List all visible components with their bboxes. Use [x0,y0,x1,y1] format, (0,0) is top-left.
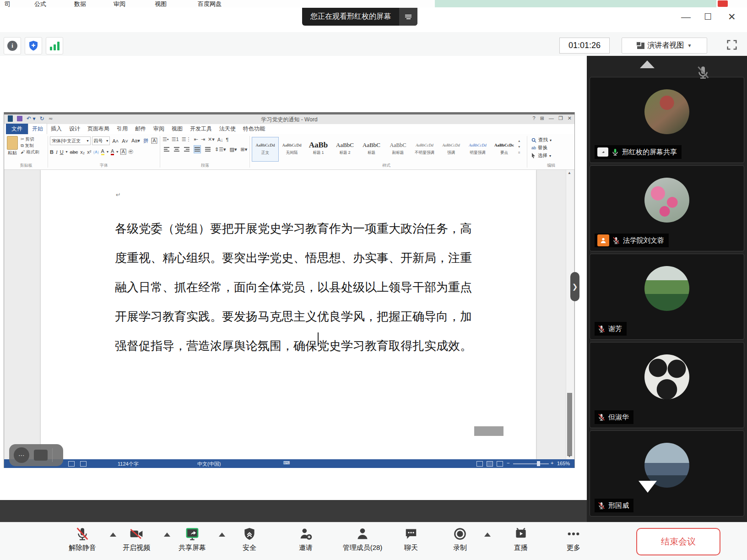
text-effects-icon[interactable]: 🄐 [93,149,98,155]
participants-scroll-down-icon[interactable] [639,481,657,493]
document-scrollbar[interactable]: ▲ ▼ [566,170,574,459]
scrollbar-thumb[interactable] [567,393,572,456]
multilevel-list-icon[interactable]: ☰⋮ [182,136,191,142]
record-options-caret[interactable] [484,533,491,537]
toolbar-live[interactable]: 直播 [493,525,548,552]
styles-more-button[interactable]: ≡ [518,150,520,156]
print-layout-icon[interactable] [487,461,493,467]
language-status[interactable]: 中文(中国) [197,461,221,468]
zoom-slider-thumb[interactable] [537,461,540,466]
fullscreen-button[interactable] [725,38,738,51]
phonetic-guide-icon[interactable]: 拼 [143,137,148,144]
tab-fatianshi[interactable]: 法天使 [216,124,239,134]
justify-icon[interactable] [194,145,201,153]
decrease-indent-icon[interactable]: ⇤ [194,136,198,142]
italic-button[interactable]: I [56,149,58,155]
proofing-icon[interactable] [80,461,87,467]
numbered-list-icon[interactable]: ☰1 [172,136,179,142]
tab-references[interactable]: 引用 [113,124,131,134]
participant-tile[interactable]: 邢国威 [590,430,744,517]
tab-special-features[interactable]: 特色功能 [239,124,269,134]
distribute-icon[interactable] [205,146,211,153]
strikethrough-button[interactable]: abc [70,149,78,155]
word-minimize-button[interactable]: — [549,115,554,121]
underline-button[interactable]: U [60,149,64,155]
encryption-shield-button[interactable] [25,37,42,54]
toolbar-unmute[interactable]: 解除静音 [55,525,110,552]
show-marks-icon[interactable]: ¶ [226,137,229,142]
toolbar-invite[interactable]: 邀请 [278,525,333,552]
shading-icon[interactable]: ▨▾ [230,147,237,152]
reactions-icon[interactable]: ⋯ [14,447,29,463]
font-color-button[interactable]: A [111,148,114,155]
bold-button[interactable]: B [50,149,54,155]
word-restore-button[interactable]: ❐ [558,115,563,121]
toolbar-start-video[interactable]: 开启视频 [109,525,164,552]
participant-tile[interactable]: 法学院刘文蓉 [590,165,744,251]
document-page[interactable]: ↵ 各级党委（党组）要把开展党史学习教育作为一项重大政治任务，高 度重视、精心组… [41,170,536,459]
tab-view[interactable]: 视图 [168,124,186,134]
change-case-icon[interactable]: Aa▾ [131,138,140,144]
style-intense-emphasis[interactable]: AaBbCcDd明显强调 [464,137,491,162]
style-heading2[interactable]: AaBbC标题 2 [331,137,358,162]
scroll-up-arrow[interactable]: ▲ [568,171,571,175]
meeting-info-button[interactable]: i [4,37,21,54]
enclose-characters-icon[interactable]: ㊥ [128,148,133,155]
word-count[interactable]: 1124个字 [118,461,139,468]
align-center-icon[interactable] [173,146,180,153]
toolbar-more[interactable]: 更多 [546,525,601,552]
style-no-spacing[interactable]: AaBbCcDd无间隔 [278,137,305,162]
font-name-select[interactable]: 宋体(中文正文▾ [50,136,91,145]
bg-menu-item[interactable]: 公式 [34,0,46,7]
style-strong[interactable]: AaBbCcDc要点 [491,137,518,162]
copy-button[interactable]: ⧉ 复制 [21,142,39,149]
bg-menu-item[interactable]: 数据 [74,0,86,7]
grow-font-icon[interactable]: A˄ [112,138,119,144]
toolbar-record[interactable]: 录制 [433,525,487,552]
character-border-icon[interactable]: 🄰 [152,138,157,144]
tab-page-layout[interactable]: 页面布局 [84,124,113,134]
widget-panel-icon[interactable] [34,450,48,461]
style-normal[interactable]: AaBbCcDd正文 [252,137,279,162]
find-button[interactable]: 查找▾ [531,137,552,143]
tab-review[interactable]: 审阅 [150,124,168,134]
paste-button[interactable]: 粘贴 [7,136,18,156]
close-button[interactable]: ✕ [728,10,736,24]
align-right-icon[interactable] [184,146,190,153]
banner-menu-button[interactable] [399,8,417,26]
tab-mailings[interactable]: 邮件 [131,124,150,134]
bg-menu-item[interactable]: 百度网盘 [198,0,222,7]
shrink-font-icon[interactable]: A˅ [122,138,128,144]
tab-home[interactable]: 开始 [28,123,47,134]
web-layout-icon[interactable] [497,461,503,467]
style-emphasis[interactable]: AaBbCcDd强调 [438,137,465,162]
word-close-button[interactable]: ✕ [568,115,572,121]
tab-design[interactable]: 设计 [65,124,84,134]
font-size-select[interactable]: 四号▾ [92,136,110,145]
tab-insert[interactable]: 插入 [47,124,65,134]
sidebar-collapse-handle[interactable]: ❯ [570,272,579,301]
highlight-color-button[interactable]: A [101,148,104,155]
bg-menu-item[interactable]: 司 [5,0,11,7]
style-subtitle[interactable]: AaBbC副标题 [384,137,411,162]
toolbar-chat[interactable]: 聊天 [384,525,438,552]
participants-scroll-up-icon[interactable] [640,60,655,68]
keyboard-icon[interactable]: ⌨ [283,460,290,465]
borders-icon[interactable]: ⊞▾ [241,147,248,152]
asian-layout-icon[interactable]: ✕▾ [208,136,215,142]
zoom-slider[interactable] [513,463,549,464]
cut-button[interactable]: ✂ 剪切 [21,136,39,142]
bg-menu-item[interactable]: 视图 [155,0,167,7]
toolbar-manage-participants[interactable]: 管理成员(28) [335,525,390,552]
help-button[interactable]: ? [533,115,536,121]
bullet-list-icon[interactable]: ☰• [162,136,169,142]
sort-icon[interactable]: A↓ [217,137,223,142]
toolbar-security[interactable]: 安全 [222,525,277,552]
style-subtle-emphasis[interactable]: AaBbCcDd不明显强调 [411,137,438,162]
align-left-icon[interactable] [163,146,170,153]
document-text[interactable]: 各级党委（党组）要把开展党史学习教育作为一项重大政治任务，高 度重视、精心组织。… [115,214,464,361]
character-shading-icon[interactable]: 🄰 [120,149,126,155]
minimize-button[interactable]: — [681,10,691,24]
zoom-level[interactable]: 165% [557,461,570,466]
read-mode-icon[interactable] [476,461,483,467]
